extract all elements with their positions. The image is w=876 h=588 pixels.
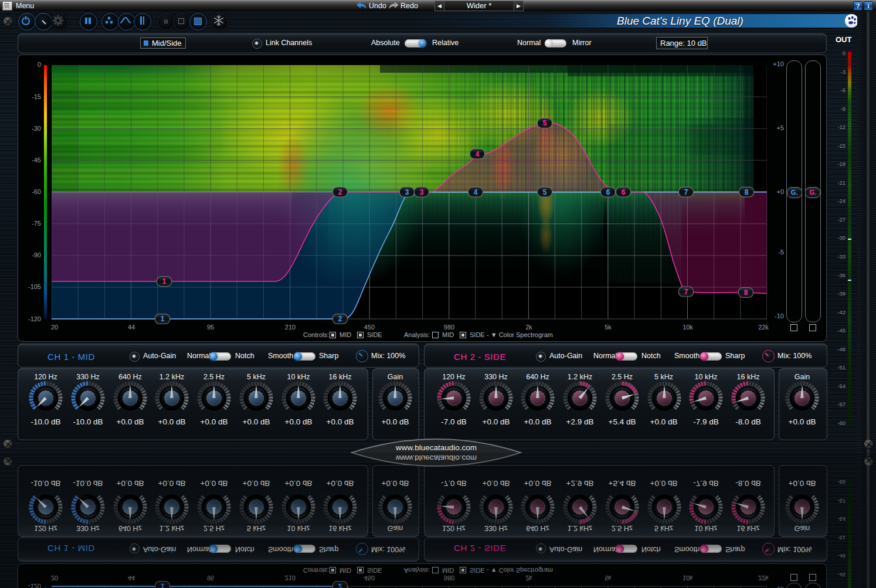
svg-text:4: 4 bbox=[476, 149, 480, 158]
svg-text:www.bluecataudio.com: www.bluecataudio.com bbox=[395, 454, 477, 463]
svg-text:5: 5 bbox=[543, 119, 547, 127]
svg-text:www.bluecataudio.com: www.bluecataudio.com bbox=[395, 443, 477, 452]
svg-text:8: 8 bbox=[744, 288, 748, 297]
svg-text:1: 1 bbox=[162, 277, 167, 285]
svg-text:4: 4 bbox=[474, 188, 478, 196]
svg-text:7: 7 bbox=[684, 287, 688, 295]
svg-text:2: 2 bbox=[338, 315, 342, 323]
svg-text:1: 1 bbox=[161, 315, 165, 323]
svg-text:1: 1 bbox=[161, 583, 165, 588]
svg-text:2: 2 bbox=[338, 188, 342, 196]
svg-text:8: 8 bbox=[745, 188, 749, 196]
svg-text:6: 6 bbox=[622, 188, 626, 196]
svg-text:2: 2 bbox=[338, 583, 342, 588]
svg-text:6: 6 bbox=[606, 188, 610, 196]
svg-text:7: 7 bbox=[684, 188, 688, 196]
svg-text:3: 3 bbox=[405, 188, 409, 196]
svg-text:5: 5 bbox=[543, 188, 547, 196]
svg-text:3: 3 bbox=[420, 188, 424, 196]
